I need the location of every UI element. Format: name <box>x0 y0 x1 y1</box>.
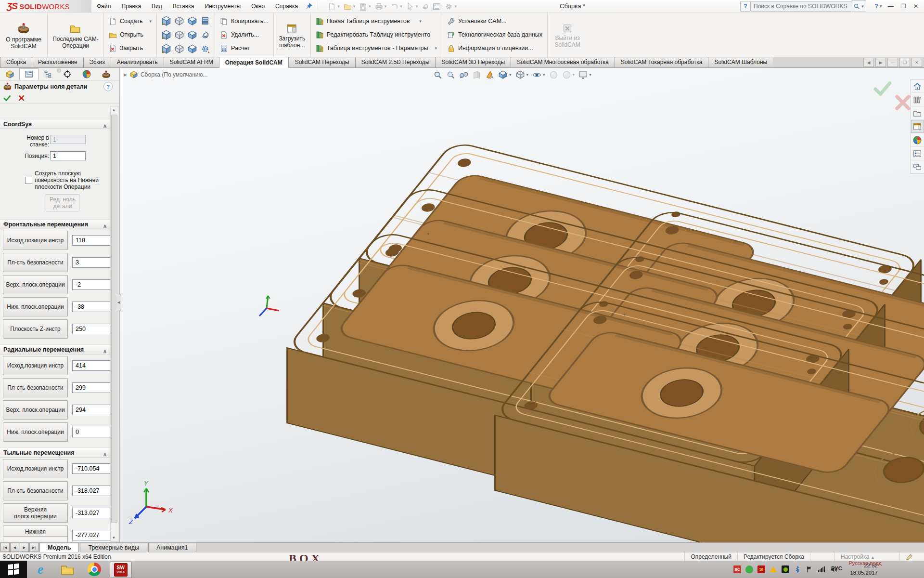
model-tab[interactable]: Модель <box>39 543 79 552</box>
exit-solidcam-button[interactable]: Выйти из SolidCAM <box>551 22 584 48</box>
open-button[interactable]: Открыть <box>107 28 154 41</box>
panel-grip-handle[interactable] <box>57 68 61 73</box>
tab-layout[interactable]: Расположение <box>32 57 83 67</box>
antivirus-shield-icon[interactable] <box>745 565 753 573</box>
open-document-button[interactable]: ▾ <box>342 1 357 12</box>
chrome-button[interactable] <box>81 561 108 578</box>
menu-file[interactable]: Файл <box>91 0 116 13</box>
panel-scrollbar[interactable]: ▲ ▼ <box>110 106 118 542</box>
recent-cam-operations-button[interactable]: Последние CAM-Операции <box>51 21 101 49</box>
cam-swirl-icon[interactable] <box>201 30 210 39</box>
cam-cube-icon[interactable] <box>187 30 197 40</box>
tab-solidcam-afrm[interactable]: SolidCAM AFRM <box>164 57 219 67</box>
frontal-z-plane-button[interactable]: Плоскость Z-инстр <box>3 319 68 339</box>
create-flat-surface-checkbox[interactable] <box>25 177 32 184</box>
file-explorer-button[interactable] <box>54 561 81 578</box>
rear-upper-plane-field[interactable] <box>72 508 111 518</box>
search-input[interactable] <box>751 1 851 12</box>
copy-operation-button[interactable]: Копировать... <box>218 14 270 28</box>
close-button[interactable]: ✕ <box>910 1 922 12</box>
section-coordsys[interactable]: CoordSys∧ <box>0 119 111 129</box>
configuration-tab[interactable] <box>38 68 58 80</box>
appearances-scenes-icon[interactable] <box>911 133 924 147</box>
frontal-start-pos-field[interactable] <box>72 235 111 246</box>
language-indicator[interactable]: РУС <box>831 565 842 571</box>
rear-safety-field[interactable] <box>72 486 111 496</box>
collapse-chevron-icon[interactable]: ∧ <box>103 449 107 460</box>
collapse-chevron-icon[interactable]: ∧ <box>103 346 107 356</box>
help-menu-button[interactable]: ?▾ <box>872 1 885 12</box>
3d-views-tab[interactable]: Трехмерные виды <box>80 543 147 552</box>
action-center-flag-icon[interactable] <box>806 565 813 573</box>
tab-solidcam-turning[interactable]: SolidCAM Токарная обработка <box>615 57 708 67</box>
panel-collapse-handle[interactable]: ◀ <box>116 294 121 311</box>
license-info-button[interactable]: Информация о лицензии... <box>445 41 544 55</box>
file-properties-button[interactable] <box>431 1 442 12</box>
google-drive-icon[interactable] <box>770 565 777 573</box>
cam-cube-icon[interactable] <box>174 16 184 26</box>
minimize-button[interactable]: — <box>885 1 897 12</box>
cam-cube-icon[interactable] <box>161 44 171 54</box>
frontal-safety-button[interactable]: Пл-сть безопасности <box>3 253 68 272</box>
internet-explorer-button[interactable]: e <box>27 561 54 578</box>
file-explorer-icon[interactable] <box>911 106 924 120</box>
tab-solidcam-templates[interactable]: SolidCAM Шаблоны <box>708 57 773 67</box>
cam-cube-icon[interactable] <box>161 16 171 26</box>
edit-tool-table-button[interactable]: Редактировать Таблицу инструменто <box>314 28 439 41</box>
frontal-start-pos-button[interactable]: Исход.позиция инстр <box>3 231 68 250</box>
tab-solidcam-multiaxis[interactable]: SolidCAM Многоосевая обработка <box>511 57 615 67</box>
appearances-tab[interactable] <box>77 68 96 80</box>
ok-check-icon[interactable] <box>3 94 11 102</box>
property-manager-tab[interactable] <box>19 68 38 80</box>
cam-cube-icon[interactable] <box>187 44 197 54</box>
pin-menu-icon[interactable] <box>304 1 314 11</box>
section-rear[interactable]: Тыльные перемещения∧ <box>0 447 111 458</box>
cam-cube-icon[interactable] <box>174 44 184 54</box>
tab-solidcam-25d[interactable]: SolidCAM 2.5D Переходы <box>355 57 436 67</box>
cam-gear-icon[interactable] <box>201 44 210 53</box>
select-button[interactable]: ▾ <box>405 1 420 12</box>
panel-help-button[interactable]: ? <box>103 82 113 91</box>
scroll-down-arrow[interactable]: ▼ <box>111 534 117 541</box>
edit-part-zero-button[interactable]: Ред. ноль детали <box>46 194 79 211</box>
about-solidcam-button[interactable]: О программе SolidCAM <box>3 20 44 50</box>
sw-alert-tray-icon[interactable]: S! <box>757 565 765 573</box>
tab-solidcam-3d[interactable]: SolidCAM 3D Переходы <box>435 57 511 67</box>
restore-button[interactable]: ❐ <box>897 1 910 12</box>
solidcam-manager-tab[interactable] <box>96 68 116 80</box>
frontal-z-plane-field[interactable] <box>72 324 111 334</box>
cam-cube-icon[interactable] <box>161 30 171 40</box>
collapse-chevron-icon[interactable]: ∧ <box>103 221 107 231</box>
custom-properties-icon[interactable] <box>911 147 924 160</box>
radial-start-pos-field[interactable] <box>72 360 111 371</box>
radial-lower-plane-button[interactable]: Ниж. плоск.операции <box>3 422 68 442</box>
menu-edit[interactable]: Правка <box>116 0 147 13</box>
rebuild-button[interactable] <box>420 1 430 12</box>
frontal-upper-plane-field[interactable] <box>72 279 111 290</box>
tab-scroll-left-button[interactable]: ◀ <box>863 58 874 67</box>
load-template-button[interactable]: Загрузить шаблон... <box>277 21 308 49</box>
section-frontal[interactable]: Фронтальные перемещения∧ <box>0 219 111 229</box>
menu-help[interactable]: Справка <box>270 0 303 13</box>
cancel-cross-icon[interactable] <box>18 94 25 102</box>
cam-settings-button[interactable]: Установки CAM... <box>445 14 544 28</box>
create-button[interactable]: Создать▾ <box>107 14 154 28</box>
frontal-lower-plane-field[interactable] <box>72 302 111 312</box>
prev-tab-button[interactable]: ◀ <box>10 543 19 552</box>
technology-database-button[interactable]: Технологическая база данных <box>445 28 544 41</box>
undo-button[interactable]: ▾ <box>389 1 404 12</box>
first-tab-button[interactable]: |◀ <box>0 543 10 552</box>
design-library-icon[interactable] <box>911 93 924 106</box>
clipped-parameter-button[interactable] <box>3 536 68 542</box>
doc-close-button[interactable]: ✕ <box>911 58 922 67</box>
start-button[interactable] <box>0 561 27 578</box>
save-button[interactable]: ▾ <box>358 1 372 12</box>
section-radial[interactable]: Радиальные перемещения∧ <box>0 344 111 355</box>
delete-operation-button[interactable]: Удалить... <box>218 28 270 41</box>
menu-tools[interactable]: Инструменты <box>199 0 246 13</box>
frontal-safety-field[interactable] <box>72 257 111 268</box>
confirm-corner-check-icon[interactable] <box>871 78 893 100</box>
options-button[interactable]: ▾ <box>443 1 458 12</box>
rear-start-pos-button[interactable]: Исход.позиция инстр <box>3 459 68 478</box>
network-signal-icon[interactable] <box>818 565 825 573</box>
